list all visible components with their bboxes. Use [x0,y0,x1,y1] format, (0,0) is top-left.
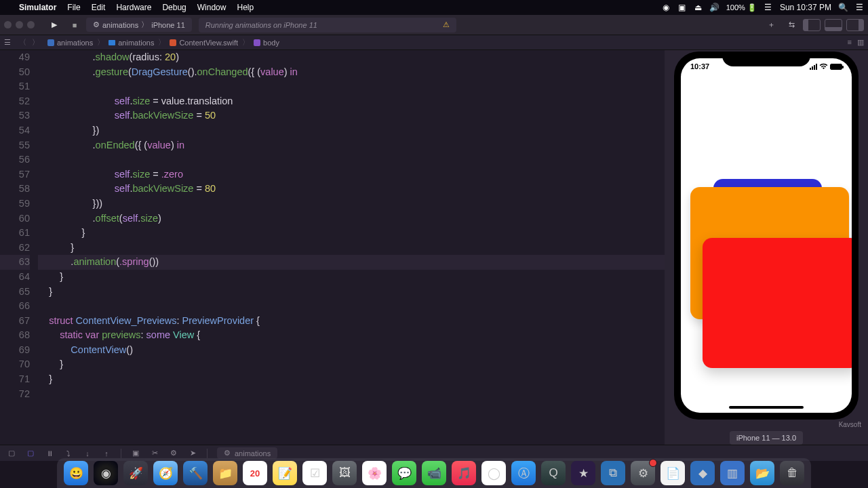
dock-affinity[interactable]: ◆ [690,461,715,485]
code-line[interactable]: self.backViewSize = 50 [38,108,665,123]
scheme-selector[interactable]: ⚙ animations 〉 iPhone 11 [86,18,192,32]
run-button[interactable]: ▶ [45,18,63,32]
app-name[interactable]: Simulator [19,3,56,12]
menu-hardware[interactable]: Hardware [116,3,151,12]
dock-siri[interactable]: ◉ [94,461,118,485]
breadcrumb-file[interactable]: ContentView.swift [170,39,238,47]
dock-messages[interactable]: 💬 [392,461,416,485]
code-line[interactable]: static var previews: some View { [38,328,665,343]
code-line[interactable]: } [38,372,665,387]
dock-photos[interactable]: 🌸 [362,461,387,485]
memory-graph-button[interactable]: ✂ [150,449,159,458]
code-line[interactable]: .gesture(DragGesture().onChanged({ (valu… [38,65,665,80]
back-button[interactable]: 〈 [19,37,26,47]
editor-options-button[interactable]: ⇆ [783,18,800,32]
code-editor[interactable]: 4950515253545556575859606162636465666768… [0,50,665,445]
dock-imovie[interactable]: ★ [571,461,595,485]
dock-textedit[interactable]: 📄 [660,461,685,485]
stop-button[interactable]: ■ [66,18,83,32]
hide-debug-button[interactable]: ▢ [7,449,16,458]
menu-edit[interactable]: Edit [92,3,106,12]
dock-music[interactable]: 🎵 [452,461,476,485]
dock-folder[interactable]: 📁 [213,461,237,485]
dock-simulator[interactable]: ▥ [720,461,745,485]
menu-help[interactable]: Help [237,3,254,12]
battery-percentage[interactable]: 100% 🔋 [726,3,757,12]
code-line[interactable]: } [38,270,665,285]
dock-preview[interactable]: 🖼 [332,461,357,485]
dock-downloads[interactable]: 📂 [750,461,774,485]
toggle-navigator-button[interactable] [803,19,821,31]
forward-button[interactable]: 〉 [32,37,39,47]
breadcrumb-folder[interactable]: animations [108,39,154,47]
simulator-device[interactable]: 10:37 [674,52,859,420]
dock-chrome[interactable]: ◯ [481,461,506,485]
breadcrumb-property[interactable]: body [254,39,279,47]
add-tab-button[interactable]: ＋ [762,18,780,32]
dock-quicktime[interactable]: Q [541,461,566,485]
screen-record-icon[interactable]: ◉ [661,3,671,12]
code-line[interactable] [38,152,665,167]
card-red[interactable] [703,238,852,368]
notification-center-icon[interactable]: ☰ [854,3,864,12]
related-items-icon[interactable]: ☰ [4,38,11,47]
pause-button[interactable]: ⏸ [45,449,54,458]
adjust-editor-icon[interactable]: ▥ [857,38,864,47]
dock-appstore[interactable]: Ⓐ [511,461,536,485]
code-line[interactable]: .shadow(radius: 20) [38,50,665,65]
step-into-button[interactable]: ↓ [83,449,92,458]
preview-device-label[interactable]: iPhone 11 — 13.0 [730,431,803,445]
dock-reminders[interactable]: ☑ [302,461,327,485]
view-debugger-button[interactable]: ▣ [131,449,140,458]
volume-icon[interactable]: 🔊 [710,3,719,12]
code-line[interactable]: } [38,226,665,241]
dock-calendar[interactable]: 20 [243,461,267,485]
code-line[interactable]: struct ContentView_Previews: PreviewProv… [38,314,665,329]
menu-window[interactable]: Window [197,3,226,12]
dock-vscode[interactable]: ⧉ [601,461,625,485]
spotlight-icon[interactable]: 🔍 [838,3,848,12]
breakpoint-toggle-button[interactable]: ▢ [26,449,35,458]
dock-safari[interactable]: 🧭 [153,461,178,485]
breadcrumb-project[interactable]: animations [47,39,93,47]
code-line[interactable]: .offset(self.size) [38,211,665,226]
simulator-screen[interactable]: 10:37 [681,58,852,413]
menu-file[interactable]: File [67,3,80,12]
control-center-icon[interactable]: ☰ [764,3,773,12]
dock-trash[interactable]: 🗑 [780,461,804,485]
code-line[interactable] [38,79,665,94]
code-line[interactable] [38,299,665,314]
toggle-inspector-button[interactable] [846,19,864,31]
step-out-button[interactable]: ↑ [102,449,111,458]
environment-overrides-button[interactable]: ⚙ [169,449,178,458]
editor-layout-icon[interactable]: ≡ [848,38,852,47]
eject-icon[interactable]: ⏏ [694,3,703,12]
dock-system-prefs[interactable]: ⚙ [631,461,655,485]
code-line[interactable]: } [38,357,665,372]
warning-icon[interactable]: ⚠ [443,20,450,29]
menubar-clock[interactable]: Sun 10:37 PM [780,3,831,12]
code-line[interactable] [38,387,665,402]
dock-finder[interactable]: 😀 [64,461,88,485]
code-line[interactable]: } [38,241,665,256]
debug-process-selector[interactable]: ⚙ animations [217,447,277,459]
dock-facetime[interactable]: 📹 [422,461,446,485]
menu-debug[interactable]: Debug [162,3,186,12]
code-line[interactable]: self.backViewSize = 80 [38,182,665,197]
code-line[interactable]: .animation(.spring()) [38,255,665,270]
code-line[interactable]: self.size = value.translation [38,94,665,109]
code-line[interactable]: self.size = .zero [38,167,665,182]
step-over-button[interactable]: ⤵ [64,449,73,458]
code-line[interactable]: .onEnded({ (value) in [38,138,665,153]
code-line[interactable]: } [38,285,665,300]
dock-launchpad[interactable]: 🚀 [123,461,148,485]
simulate-location-button[interactable]: ➤ [188,449,197,458]
code-line[interactable]: ContentView() [38,343,665,358]
dock-xcode[interactable]: 🔨 [183,461,208,485]
status-reader-icon[interactable]: ▣ [677,3,687,12]
code-line[interactable]: }) [38,123,665,138]
code-line[interactable]: })) [38,197,665,211]
dock-notes[interactable]: 📝 [273,461,297,485]
window-traffic-lights[interactable] [4,21,35,28]
toggle-debug-area-button[interactable] [825,19,842,31]
